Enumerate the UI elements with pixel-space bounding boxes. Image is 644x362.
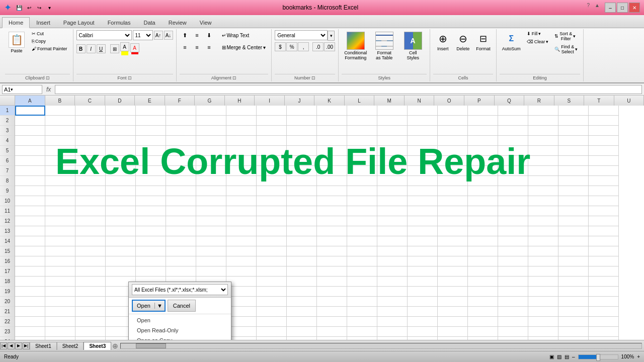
cell-s5[interactable] [558,146,589,156]
cell-c14[interactable] [75,236,106,246]
cell-q7[interactable] [498,166,528,176]
col-header-q[interactable]: Q [495,96,525,106]
cell-e16[interactable] [136,256,166,266]
cell-q20[interactable] [498,297,528,307]
cell-r12[interactable] [528,216,558,226]
cell-c18[interactable] [75,277,106,287]
cell-r6[interactable] [528,156,558,166]
cell-a10[interactable] [15,196,45,206]
font-expand-icon[interactable]: ⊡ [128,75,132,80]
cell-a20[interactable] [15,297,45,307]
cell-s20[interactable] [558,297,589,307]
cell-e2[interactable] [136,116,166,126]
zoom-slider[interactable] [578,354,618,359]
cell-d13[interactable] [106,226,136,236]
cell-s18[interactable] [558,277,589,287]
cell-b5[interactable] [45,146,75,156]
cell-t8[interactable] [589,176,619,186]
view-normal-icon[interactable]: ▣ [549,354,554,359]
cell-c9[interactable] [75,186,106,196]
row-num-5[interactable]: 5 [0,146,15,156]
cell-k10[interactable] [317,196,347,206]
cell-n9[interactable] [408,186,438,196]
cell-d1[interactable] [106,106,136,116]
insert-button[interactable]: ⊕ Insert [433,30,452,53]
cell-k16[interactable] [317,256,347,266]
cell-m11[interactable] [377,206,408,216]
cell-t10[interactable] [589,196,619,206]
cell-f9[interactable] [166,186,196,196]
cell-j6[interactable] [287,156,317,166]
cell-g2[interactable] [196,116,226,126]
cell-q15[interactable] [498,246,528,256]
cell-c11[interactable] [75,206,106,216]
cell-n18[interactable] [408,277,438,287]
view-break-icon[interactable]: ▤ [565,354,569,359]
cell-q4[interactable] [498,136,528,146]
cell-n6[interactable] [408,156,438,166]
cell-a17[interactable] [15,266,45,277]
cell-b14[interactable] [45,236,75,246]
cell-g10[interactable] [196,196,226,206]
cell-k5[interactable] [317,146,347,156]
cell-i1[interactable] [257,106,287,116]
cell-l11[interactable] [347,206,377,216]
cell-l24[interactable] [347,337,377,340]
cell-j17[interactable] [287,266,317,277]
cell-r11[interactable] [528,206,558,216]
col-header-r[interactable]: R [524,96,554,106]
cell-l3[interactable] [347,126,377,136]
cell-c21[interactable] [75,307,106,317]
cell-i18[interactable] [257,277,287,287]
cell-i4[interactable] [257,136,287,146]
cell-r24[interactable] [528,337,558,340]
row-num-10[interactable]: 10 [0,196,15,206]
cell-t20[interactable] [589,297,619,307]
cell-m23[interactable] [377,327,408,337]
cell-o18[interactable] [438,277,468,287]
cell-n23[interactable] [408,327,438,337]
cell-o1[interactable] [438,106,468,116]
cell-f7[interactable] [166,166,196,176]
cell-r4[interactable] [528,136,558,146]
cell-s12[interactable] [558,216,589,226]
help-icon[interactable]: ? [587,3,590,13]
cell-m21[interactable] [377,307,408,317]
row-num-24[interactable]: 24 [0,337,15,340]
cell-l9[interactable] [347,186,377,196]
cell-p24[interactable] [468,337,498,340]
cell-p13[interactable] [468,226,498,236]
tab-pagelayout[interactable]: Page Layout [57,17,101,28]
cell-l10[interactable] [347,196,377,206]
col-header-l[interactable]: L [345,96,375,106]
cell-n11[interactable] [408,206,438,216]
menu-item-readonly[interactable]: Open Read-Only [129,325,231,335]
cell-r23[interactable] [528,327,558,337]
cell-r19[interactable] [528,287,558,297]
cell-o13[interactable] [438,226,468,236]
tab-formulas[interactable]: Formulas [101,17,137,28]
cell-f17[interactable] [166,266,196,277]
row-num-3[interactable]: 3 [0,126,15,136]
cell-t13[interactable] [589,226,619,236]
cell-c12[interactable] [75,216,106,226]
cell-h10[interactable] [226,196,257,206]
fill-button[interactable]: ⬇ Fill ▾ [524,30,551,37]
cell-h4[interactable] [226,136,257,146]
cell-p1[interactable] [468,106,498,116]
cell-e6[interactable] [136,156,166,166]
row-num-1[interactable]: 1 [0,106,15,116]
row-num-18[interactable]: 18 [0,277,15,287]
cell-m6[interactable] [377,156,408,166]
sheet-tab-3[interactable]: Sheet3 [84,342,111,350]
cell-e8[interactable] [136,176,166,186]
align-left-button[interactable]: ≡ [180,42,191,52]
cell-a21[interactable] [15,307,45,317]
cell-i24[interactable] [257,337,287,340]
cell-k18[interactable] [317,277,347,287]
row-num-2[interactable]: 2 [0,116,15,126]
cell-o22[interactable] [438,317,468,327]
cell-p16[interactable] [468,256,498,266]
row-num-14[interactable]: 14 [0,236,15,246]
cell-l14[interactable] [347,236,377,246]
